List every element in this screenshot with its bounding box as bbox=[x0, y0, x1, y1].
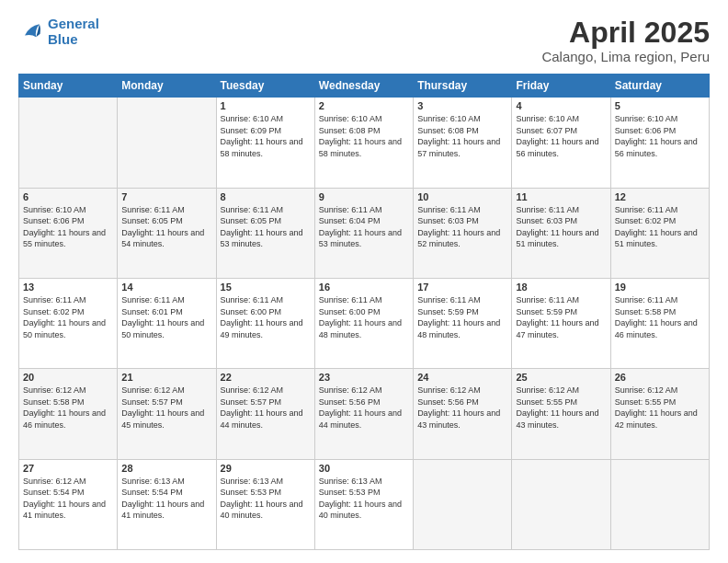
day-info: Sunrise: 6:12 AMSunset: 5:56 PMDaylight:… bbox=[417, 385, 507, 431]
calendar-week-5: 27Sunrise: 6:12 AMSunset: 5:54 PMDayligh… bbox=[19, 459, 710, 549]
day-number: 30 bbox=[319, 463, 409, 474]
calendar-cell: 8Sunrise: 6:11 AMSunset: 6:05 PMDaylight… bbox=[216, 188, 314, 278]
day-info: Sunrise: 6:10 AMSunset: 6:08 PMDaylight:… bbox=[417, 113, 507, 159]
calendar-cell: 14Sunrise: 6:11 AMSunset: 6:01 PMDayligh… bbox=[118, 278, 216, 368]
col-tuesday: Tuesday bbox=[216, 75, 314, 98]
calendar-cell: 24Sunrise: 6:12 AMSunset: 5:56 PMDayligh… bbox=[414, 369, 512, 459]
page-title: April 2025 bbox=[541, 17, 710, 49]
day-info: Sunrise: 6:12 AMSunset: 5:56 PMDaylight:… bbox=[319, 385, 409, 431]
day-number: 6 bbox=[23, 191, 113, 202]
calendar-cell: 4Sunrise: 6:10 AMSunset: 6:07 PMDaylight… bbox=[512, 98, 610, 188]
calendar-week-3: 13Sunrise: 6:11 AMSunset: 6:02 PMDayligh… bbox=[19, 278, 710, 368]
calendar-cell: 23Sunrise: 6:12 AMSunset: 5:56 PMDayligh… bbox=[314, 369, 413, 459]
day-number: 13 bbox=[23, 282, 113, 293]
day-number: 14 bbox=[121, 282, 211, 293]
day-number: 22 bbox=[221, 372, 311, 383]
day-number: 2 bbox=[319, 100, 409, 111]
day-number: 9 bbox=[319, 191, 409, 202]
title-block: April 2025 Calango, Lima region, Peru bbox=[541, 17, 710, 64]
calendar-cell: 13Sunrise: 6:11 AMSunset: 6:02 PMDayligh… bbox=[19, 278, 118, 368]
calendar-cell: 22Sunrise: 6:12 AMSunset: 5:57 PMDayligh… bbox=[216, 369, 314, 459]
day-info: Sunrise: 6:13 AMSunset: 5:54 PMDaylight:… bbox=[121, 476, 211, 522]
col-saturday: Saturday bbox=[610, 75, 709, 98]
calendar-cell: 30Sunrise: 6:13 AMSunset: 5:53 PMDayligh… bbox=[314, 459, 413, 549]
day-info: Sunrise: 6:10 AMSunset: 6:09 PMDaylight:… bbox=[221, 113, 311, 159]
calendar-cell: 9Sunrise: 6:11 AMSunset: 6:04 PMDaylight… bbox=[314, 188, 413, 278]
calendar-week-2: 6Sunrise: 6:10 AMSunset: 6:06 PMDaylight… bbox=[19, 188, 710, 278]
day-info: Sunrise: 6:11 AMSunset: 6:02 PMDaylight:… bbox=[23, 294, 113, 340]
calendar-cell: 6Sunrise: 6:10 AMSunset: 6:06 PMDaylight… bbox=[19, 188, 118, 278]
day-number: 27 bbox=[23, 463, 113, 474]
day-info: Sunrise: 6:12 AMSunset: 5:55 PMDaylight:… bbox=[516, 385, 606, 431]
calendar-cell bbox=[610, 459, 709, 549]
day-number: 10 bbox=[417, 191, 507, 202]
calendar-cell bbox=[118, 98, 216, 188]
col-monday: Monday bbox=[118, 75, 216, 98]
calendar-week-1: 1Sunrise: 6:10 AMSunset: 6:09 PMDaylight… bbox=[19, 98, 710, 188]
day-info: Sunrise: 6:10 AMSunset: 6:07 PMDaylight:… bbox=[516, 113, 606, 159]
day-number: 15 bbox=[221, 282, 311, 293]
logo-icon bbox=[18, 19, 44, 45]
day-info: Sunrise: 6:11 AMSunset: 6:04 PMDaylight:… bbox=[319, 204, 409, 250]
calendar-week-4: 20Sunrise: 6:12 AMSunset: 5:58 PMDayligh… bbox=[19, 369, 710, 459]
day-number: 19 bbox=[615, 282, 705, 293]
day-info: Sunrise: 6:11 AMSunset: 6:00 PMDaylight:… bbox=[221, 294, 311, 340]
day-number: 7 bbox=[121, 191, 211, 202]
calendar-cell: 7Sunrise: 6:11 AMSunset: 6:05 PMDaylight… bbox=[118, 188, 216, 278]
day-info: Sunrise: 6:11 AMSunset: 6:05 PMDaylight:… bbox=[221, 204, 311, 250]
calendar-cell: 17Sunrise: 6:11 AMSunset: 5:59 PMDayligh… bbox=[414, 278, 512, 368]
day-number: 12 bbox=[615, 191, 705, 202]
calendar-cell: 21Sunrise: 6:12 AMSunset: 5:57 PMDayligh… bbox=[118, 369, 216, 459]
day-number: 18 bbox=[516, 282, 606, 293]
day-info: Sunrise: 6:11 AMSunset: 5:59 PMDaylight:… bbox=[417, 294, 507, 340]
calendar-cell: 2Sunrise: 6:10 AMSunset: 6:08 PMDaylight… bbox=[314, 98, 413, 188]
calendar-cell: 3Sunrise: 6:10 AMSunset: 6:08 PMDaylight… bbox=[414, 98, 512, 188]
calendar-cell bbox=[19, 98, 118, 188]
day-info: Sunrise: 6:11 AMSunset: 5:59 PMDaylight:… bbox=[516, 294, 606, 340]
col-thursday: Thursday bbox=[414, 75, 512, 98]
calendar-cell: 10Sunrise: 6:11 AMSunset: 6:03 PMDayligh… bbox=[414, 188, 512, 278]
calendar-cell: 28Sunrise: 6:13 AMSunset: 5:54 PMDayligh… bbox=[118, 459, 216, 549]
calendar-cell: 26Sunrise: 6:12 AMSunset: 5:55 PMDayligh… bbox=[610, 369, 709, 459]
day-info: Sunrise: 6:11 AMSunset: 6:02 PMDaylight:… bbox=[615, 204, 705, 250]
calendar-cell bbox=[414, 459, 512, 549]
col-sunday: Sunday bbox=[19, 75, 118, 98]
day-info: Sunrise: 6:12 AMSunset: 5:57 PMDaylight:… bbox=[121, 385, 211, 431]
calendar-cell: 18Sunrise: 6:11 AMSunset: 5:59 PMDayligh… bbox=[512, 278, 610, 368]
day-number: 23 bbox=[319, 372, 409, 383]
day-number: 1 bbox=[221, 100, 311, 111]
calendar-cell: 16Sunrise: 6:11 AMSunset: 6:00 PMDayligh… bbox=[314, 278, 413, 368]
calendar-cell: 12Sunrise: 6:11 AMSunset: 6:02 PMDayligh… bbox=[610, 188, 709, 278]
col-wednesday: Wednesday bbox=[314, 75, 413, 98]
calendar-page: General Blue April 2025 Calango, Lima re… bbox=[0, 0, 728, 563]
day-info: Sunrise: 6:13 AMSunset: 5:53 PMDaylight:… bbox=[319, 476, 409, 522]
calendar-table: Sunday Monday Tuesday Wednesday Thursday… bbox=[18, 74, 710, 550]
logo-general: General bbox=[48, 16, 99, 31]
day-number: 4 bbox=[516, 100, 606, 111]
calendar-cell: 5Sunrise: 6:10 AMSunset: 6:06 PMDaylight… bbox=[610, 98, 709, 188]
day-info: Sunrise: 6:11 AMSunset: 6:05 PMDaylight:… bbox=[121, 204, 211, 250]
page-subtitle: Calango, Lima region, Peru bbox=[541, 49, 710, 64]
day-number: 25 bbox=[516, 372, 606, 383]
day-info: Sunrise: 6:12 AMSunset: 5:58 PMDaylight:… bbox=[23, 385, 113, 431]
day-info: Sunrise: 6:11 AMSunset: 6:03 PMDaylight:… bbox=[417, 204, 507, 250]
calendar-cell bbox=[512, 459, 610, 549]
logo-text-block: General Blue bbox=[48, 17, 99, 47]
logo: General Blue bbox=[18, 17, 99, 47]
day-number: 3 bbox=[417, 100, 507, 111]
day-number: 26 bbox=[615, 372, 705, 383]
calendar-header-row: Sunday Monday Tuesday Wednesday Thursday… bbox=[19, 75, 710, 98]
calendar-cell: 11Sunrise: 6:11 AMSunset: 6:03 PMDayligh… bbox=[512, 188, 610, 278]
day-number: 29 bbox=[221, 463, 311, 474]
day-number: 20 bbox=[23, 372, 113, 383]
calendar-cell: 15Sunrise: 6:11 AMSunset: 6:00 PMDayligh… bbox=[216, 278, 314, 368]
day-number: 21 bbox=[121, 372, 211, 383]
col-friday: Friday bbox=[512, 75, 610, 98]
page-header: General Blue April 2025 Calango, Lima re… bbox=[18, 17, 710, 64]
day-number: 11 bbox=[516, 191, 606, 202]
calendar-cell: 29Sunrise: 6:13 AMSunset: 5:53 PMDayligh… bbox=[216, 459, 314, 549]
day-info: Sunrise: 6:12 AMSunset: 5:54 PMDaylight:… bbox=[23, 476, 113, 522]
day-number: 24 bbox=[417, 372, 507, 383]
day-info: Sunrise: 6:12 AMSunset: 5:55 PMDaylight:… bbox=[615, 385, 705, 431]
day-number: 17 bbox=[417, 282, 507, 293]
